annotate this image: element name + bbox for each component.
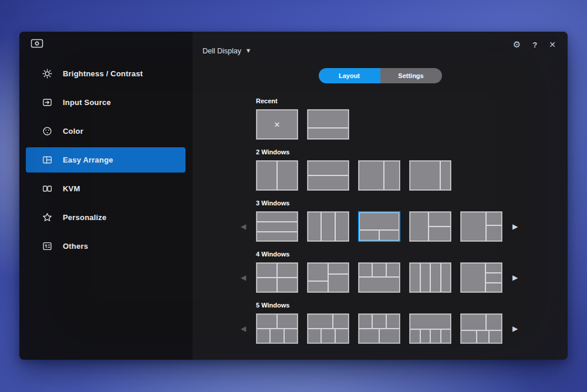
tile-cell — [486, 263, 501, 272]
tile-cell — [441, 330, 451, 343]
layout-tile[interactable] — [358, 160, 400, 191]
tile-cell — [257, 232, 297, 241]
display-selector-dropdown[interactable]: Dell Display ▼ — [203, 47, 250, 55]
section-2-windows: 2 Windows — [256, 148, 502, 191]
layout-tile[interactable] — [409, 160, 451, 191]
tile-cell — [257, 263, 276, 277]
layout-tile[interactable] — [256, 262, 298, 293]
tile-cell — [487, 315, 501, 330]
close-icon[interactable]: ✕ — [549, 40, 556, 49]
section-label: 5 Windows — [256, 302, 502, 309]
tile-cell — [410, 161, 440, 190]
sidebar-item-easy-arrange[interactable]: Easy Arrange — [26, 147, 185, 173]
carousel-next-icon[interactable]: ▶ — [512, 274, 518, 281]
layout-tile[interactable] — [307, 211, 349, 242]
layout-tile[interactable] — [307, 313, 349, 344]
sidebar-item-label: Input Source — [63, 98, 111, 107]
layout-tile[interactable] — [358, 313, 400, 344]
layout-tile[interactable] — [256, 313, 298, 344]
sidebar: Brightness / ContrastInput SourceColorEa… — [19, 32, 193, 360]
tile-cell — [285, 329, 297, 343]
section-4-windows: 4 Windows◀▶ — [256, 251, 502, 293]
tile-cell — [329, 275, 348, 292]
layout-tile[interactable] — [409, 211, 451, 242]
tile-cell — [429, 212, 451, 226]
tile-cell — [380, 231, 399, 240]
layout-tile[interactable] — [358, 262, 400, 293]
layout-tile[interactable] — [358, 211, 400, 242]
layout-tile[interactable] — [409, 262, 451, 293]
tile-cell — [322, 212, 335, 241]
tile-cell — [461, 331, 476, 343]
section-label: 4 Windows — [256, 251, 502, 258]
layout-tile[interactable] — [307, 160, 349, 191]
tile-cell — [441, 263, 451, 292]
tile-cell — [336, 329, 348, 343]
desktop-background: Brightness / ContrastInput SourceColorEa… — [0, 0, 587, 392]
sidebar-item-others[interactable]: Others — [26, 234, 185, 259]
custom-x-icon: ✕ — [257, 110, 298, 139]
tile-cell — [329, 263, 348, 273]
tile-cell — [461, 315, 485, 330]
tile-cell — [431, 263, 440, 292]
section-recent: Recent✕ — [256, 97, 502, 140]
tile-cell — [461, 263, 485, 292]
tile-cell — [359, 315, 372, 328]
tile-cell — [387, 315, 399, 328]
help-icon[interactable]: ? — [532, 41, 537, 49]
tile-cell — [278, 315, 297, 328]
tile-cell — [431, 330, 440, 343]
carousel-prev-icon[interactable]: ◀ — [241, 274, 246, 281]
tile-cell — [271, 329, 284, 343]
layout-tile[interactable] — [307, 262, 349, 293]
layout-tile[interactable]: ✕ — [256, 109, 298, 140]
tile-cell — [429, 227, 451, 241]
tile-cell — [257, 222, 297, 231]
carousel-prev-icon[interactable]: ◀ — [241, 325, 246, 332]
tile-cell — [257, 278, 276, 292]
tile-cell — [308, 329, 321, 343]
carousel-prev-icon[interactable]: ◀ — [241, 223, 246, 230]
settings-gear-icon[interactable]: ⚙ — [513, 40, 521, 49]
tile-cell — [308, 129, 348, 138]
tile-cell — [333, 315, 348, 328]
sidebar-item-input-source[interactable]: Input Source — [26, 90, 185, 115]
tile-row: ✕ — [256, 109, 502, 140]
kvm-icon — [41, 183, 53, 195]
section-label: Recent — [256, 97, 502, 105]
sidebar-item-brightness-contrast[interactable]: Brightness / Contrast — [26, 61, 185, 86]
tile-cell — [410, 263, 420, 292]
tile-cell — [421, 263, 430, 292]
tile-cell — [410, 315, 450, 329]
tile-cell — [308, 263, 328, 281]
carousel-next-icon[interactable]: ▶ — [512, 223, 518, 230]
tile-cell — [373, 315, 386, 328]
section-5-windows: 5 Windows◀▶ — [256, 302, 502, 344]
layout-tile[interactable] — [460, 313, 502, 344]
tab-layout[interactable]: Layout — [319, 68, 380, 83]
tile-cell — [410, 330, 420, 343]
layout-tile[interactable] — [409, 313, 451, 344]
main-content: Dell Display ▼ ⚙ ? ✕ Layout Settings Rec… — [193, 32, 568, 360]
section-3-windows: 3 Windows◀▶ — [256, 200, 502, 242]
layout-tile[interactable] — [256, 211, 298, 242]
layout-tile[interactable] — [460, 211, 502, 242]
tile-cell — [487, 212, 501, 225]
sidebar-item-label: Color — [63, 127, 83, 136]
layout-tile[interactable] — [307, 109, 349, 140]
layout-tile[interactable] — [460, 262, 502, 293]
sidebar-item-color[interactable]: Color — [26, 119, 185, 144]
tile-cell — [336, 212, 348, 241]
sidebar-item-kvm[interactable]: KVM — [26, 176, 185, 201]
tile-cell — [490, 331, 501, 343]
tile-cell — [322, 329, 335, 343]
tile-cell — [384, 161, 399, 190]
tile-cell — [308, 212, 321, 241]
tile-cell — [477, 331, 489, 343]
tile-cell — [308, 110, 348, 127]
carousel-next-icon[interactable]: ▶ — [512, 325, 518, 332]
layout-tile[interactable] — [256, 160, 298, 191]
sidebar-item-personalize[interactable]: Personalize — [26, 205, 185, 230]
tab-settings[interactable]: Settings — [380, 68, 442, 83]
display-selector-label: Dell Display — [203, 47, 241, 55]
